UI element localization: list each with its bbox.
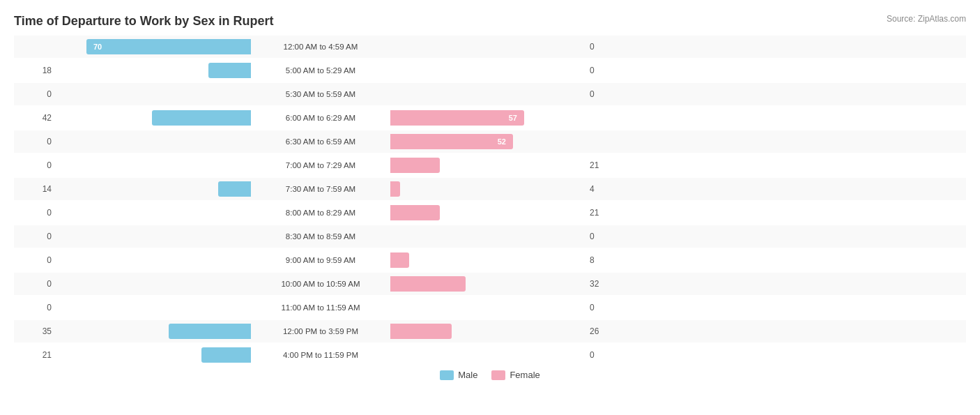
time-label: 4:00 PM to 11:59 PM [251,351,390,359]
female-bar [390,181,400,197]
legend-female: Female [491,370,539,380]
female-bar: 57 [390,110,524,126]
male-bar: 70 [86,39,251,54]
table-row: 426:00 AM to 6:29 AM57 [14,107,966,129]
female-bar-area: 52 [390,134,585,149]
male-bar-area: 70 [56,39,251,54]
female-value: 32 [585,279,620,289]
female-bar [390,252,409,268]
female-bar [390,158,440,173]
female-bar-area [390,252,585,268]
female-value: 0 [585,89,620,99]
table-row: 08:30 AM to 8:59 AM0 [14,225,966,248]
female-value: 8 [585,255,620,265]
female-bar [390,205,440,220]
male-bar [169,324,251,339]
time-label: 6:00 AM to 6:29 AM [251,114,390,122]
male-value: 0 [14,160,56,170]
male-bar-area [56,181,251,197]
time-label: 8:00 AM to 8:29 AM [251,209,390,217]
male-value: 0 [14,279,56,289]
table-row: 07:00 AM to 7:29 AM21 [14,154,966,176]
male-value: 0 [14,137,56,146]
male-value: 21 [14,350,56,360]
female-value: 0 [585,42,620,52]
legend: Male Female [14,370,966,380]
time-label: 9:00 AM to 9:59 AM [251,256,390,264]
female-value: 4 [585,184,620,194]
female-value: 21 [585,160,620,170]
time-label: 7:00 AM to 7:29 AM [251,161,390,169]
male-value: 0 [14,255,56,265]
time-label: 5:30 AM to 5:59 AM [251,90,390,98]
female-bar-area [390,205,585,220]
male-value: 0 [14,303,56,312]
male-value: 0 [14,89,56,99]
female-bar: 52 [390,134,513,149]
time-label: 6:30 AM to 6:59 AM [251,137,390,146]
table-row: 214:00 PM to 11:59 PM0 [14,344,966,366]
male-bar-area [56,110,251,126]
female-value: 0 [585,303,620,312]
table-row: 05:30 AM to 5:59 AM0 [14,83,966,105]
male-bar [201,347,251,363]
male-bar-area [56,324,251,339]
female-value: 0 [585,66,620,75]
source-text: Source: ZipAtlas.com [887,14,966,24]
female-bar-area: 57 [390,110,585,126]
female-value: 0 [585,350,620,360]
female-bar [390,276,466,292]
table-row: 011:00 AM to 11:59 AM0 [14,296,966,319]
time-label: 11:00 AM to 11:59 AM [251,303,390,312]
male-value: 14 [14,184,56,194]
female-bar-area [390,181,585,197]
female-value: 21 [585,208,620,218]
time-label: 10:00 AM to 10:59 AM [251,280,390,288]
female-value: 0 [585,232,620,241]
female-legend-box [491,370,505,380]
table-row: 7012:00 AM to 4:59 AM0 [14,36,966,58]
time-label: 8:30 AM to 8:59 AM [251,232,390,241]
female-bar-area [390,276,585,292]
chart-area: 7012:00 AM to 4:59 AM0185:00 AM to 5:29 … [14,36,966,353]
male-bar-area [56,63,251,78]
male-value: 0 [14,208,56,218]
table-row: 147:30 AM to 7:59 AM4 [14,178,966,200]
chart-title: Time of Departure to Work by Sex in Rupe… [14,14,966,29]
female-bar-area [390,158,585,173]
time-label: 12:00 AM to 4:59 AM [251,43,390,51]
table-row: 185:00 AM to 5:29 AM0 [14,59,966,82]
legend-male-label: Male [458,370,477,380]
table-row: 08:00 AM to 8:29 AM21 [14,202,966,224]
time-label: 12:00 PM to 3:59 PM [251,327,390,335]
table-row: 06:30 AM to 6:59 AM52 [14,130,966,153]
female-value: 26 [585,326,620,336]
male-bar [208,63,251,78]
table-row: 010:00 AM to 10:59 AM32 [14,273,966,295]
male-bar [152,110,251,126]
table-row: 3512:00 PM to 3:59 PM26 [14,320,966,342]
male-bar-area [56,347,251,363]
male-value: 42 [14,113,56,123]
legend-male: Male [440,370,477,380]
table-row: 09:00 AM to 9:59 AM8 [14,249,966,271]
male-value: 35 [14,326,56,336]
time-label: 7:30 AM to 7:59 AM [251,185,390,193]
legend-female-label: Female [510,370,539,380]
male-value: 18 [14,66,56,75]
female-bar-area [390,324,585,339]
time-label: 5:00 AM to 5:29 AM [251,66,390,75]
male-value: 0 [14,232,56,241]
chart-container: Time of Departure to Work by Sex in Rupe… [0,0,980,415]
male-bar [218,181,251,197]
female-bar [390,324,452,339]
male-legend-box [440,370,454,380]
